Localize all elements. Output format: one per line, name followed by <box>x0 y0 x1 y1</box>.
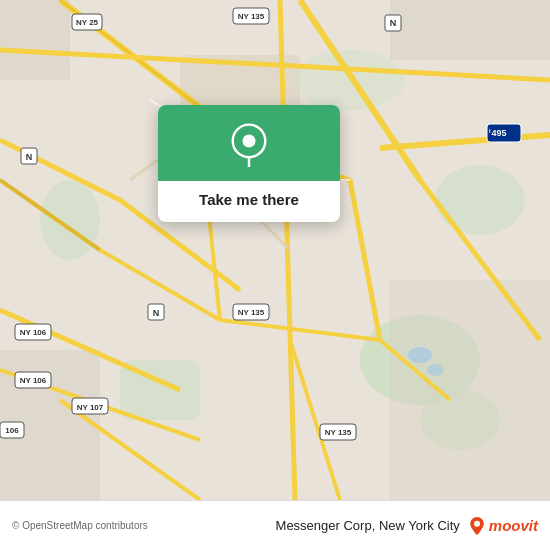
svg-text:N: N <box>26 152 33 162</box>
location-info: Messenger Corp, New York City <box>276 518 460 533</box>
svg-rect-9 <box>390 0 550 60</box>
svg-point-64 <box>242 134 255 147</box>
moovit-pin-icon <box>468 517 486 535</box>
map-background: NY 25 NY 135 N I 495 N N NY 106 NY 106 N… <box>0 0 550 500</box>
svg-text:NY 107: NY 107 <box>77 403 104 412</box>
location-city-text: New York City <box>379 518 460 533</box>
location-name-text: Messenger Corp <box>276 518 372 533</box>
svg-text:495: 495 <box>491 128 506 138</box>
svg-point-4 <box>40 180 100 260</box>
svg-text:106: 106 <box>5 426 19 435</box>
take-me-there-button[interactable]: Take me there <box>185 181 313 222</box>
svg-text:NY 135: NY 135 <box>238 12 265 21</box>
moovit-brand-text: moovit <box>489 517 538 534</box>
svg-text:N: N <box>153 308 160 318</box>
popup-green-header <box>158 105 340 181</box>
location-pin-icon <box>227 123 271 167</box>
map-attribution: © OpenStreetMap contributors <box>12 520 148 531</box>
moovit-logo: moovit <box>468 517 538 535</box>
svg-text:NY 106: NY 106 <box>20 328 47 337</box>
svg-text:NY 25: NY 25 <box>76 18 99 27</box>
bottom-bar: © OpenStreetMap contributors Messenger C… <box>0 500 550 550</box>
svg-point-62 <box>427 364 443 376</box>
svg-rect-11 <box>390 280 550 500</box>
svg-point-65 <box>474 520 480 526</box>
svg-text:N: N <box>390 18 397 28</box>
svg-text:NY 106: NY 106 <box>20 376 47 385</box>
popup-card: Take me there <box>158 105 340 222</box>
location-name: Messenger Corp, New York City <box>276 518 460 533</box>
svg-text:NY 135: NY 135 <box>238 308 265 317</box>
map-container[interactable]: NY 25 NY 135 N I 495 N N NY 106 NY 106 N… <box>0 0 550 500</box>
svg-point-5 <box>435 165 525 235</box>
svg-point-61 <box>408 347 432 363</box>
svg-rect-8 <box>0 0 70 80</box>
svg-text:NY 135: NY 135 <box>325 428 352 437</box>
